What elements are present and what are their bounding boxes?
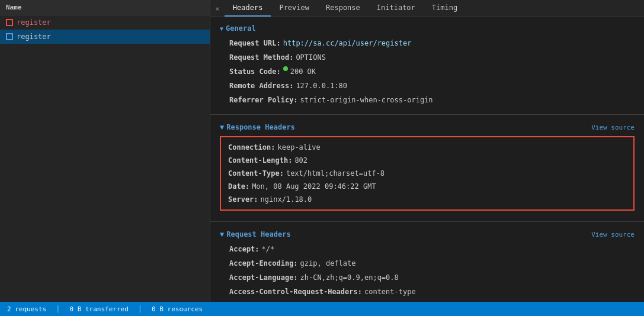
field-label-status-code: Status Code: xyxy=(229,66,281,77)
response-headers-title: Response Headers xyxy=(226,123,295,131)
response-headers-view-source[interactable]: View source xyxy=(591,124,635,131)
field-label-access-control-request-headers: Access-Control-Request-Headers: xyxy=(229,286,362,297)
response-headers-box: Connection: keep-alive Content-Length: 8… xyxy=(220,136,635,211)
field-label-remote-address: Remote Address: xyxy=(229,80,293,91)
field-value-accept-language: zh-CN,zh;q=0.9,en;q=0.8 xyxy=(300,272,399,283)
field-content-type: Content-Type: text/html;charset=utf-8 xyxy=(228,167,626,180)
field-value-request-method: OPTIONS xyxy=(296,52,326,63)
field-value-connection: keep-alive xyxy=(277,142,320,153)
field-accept-language: Accept-Language: zh-CN,zh;q=0.9,en;q=0.8 xyxy=(210,270,644,285)
field-value-server: nginx/1.18.0 xyxy=(261,194,312,205)
field-value-remote-address: 127.0.0.1:80 xyxy=(296,80,347,91)
field-server: Server: nginx/1.18.0 xyxy=(228,193,626,206)
status-resources: 0 B resources xyxy=(152,305,203,313)
response-headers-section: ▼ Response Headers View source Connectio… xyxy=(210,116,644,220)
main-container: Name register register × Headers Preview… xyxy=(0,0,644,302)
request-headers-section-header: ▼ Request Headers View source xyxy=(210,228,644,241)
request-headers-view-source[interactable]: View source xyxy=(591,231,635,238)
general-section-body: Request URL: http://sa.cc/api/user/regis… xyxy=(210,35,644,108)
field-request-url: Request URL: http://sa.cc/api/user/regis… xyxy=(210,36,644,50)
field-value-accept: */* xyxy=(262,244,275,254)
response-headers-section-header: ▼ Response Headers View source xyxy=(210,121,644,134)
tab-preview[interactable]: Preview xyxy=(271,0,318,17)
field-accept: Accept: */* xyxy=(210,242,644,256)
tab-headers[interactable]: Headers xyxy=(225,0,271,17)
field-accept-encoding: Accept-Encoding: gzip, deflate xyxy=(210,256,644,270)
item-name-2: register xyxy=(17,33,51,41)
field-label-content-type: Content-Type: xyxy=(228,168,284,179)
response-headers-title-group: ▼ Response Headers xyxy=(220,123,295,131)
field-request-method: Request Method: OPTIONS xyxy=(210,50,644,65)
tab-initiator[interactable]: Initiator xyxy=(369,0,424,17)
general-section: ▼ General Request URL: http://sa.cc/api/… xyxy=(210,17,644,113)
network-item-1[interactable]: register xyxy=(0,15,210,30)
field-value-request-url: http://sa.cc/api/user/register xyxy=(283,38,412,49)
general-title: General xyxy=(226,24,256,33)
field-label-server: Server: xyxy=(228,194,258,205)
network-item-2[interactable]: register xyxy=(0,30,210,44)
field-label-date: Date: xyxy=(228,181,249,192)
field-access-control-request-headers: Access-Control-Request-Headers: content-… xyxy=(210,285,644,299)
status-dot-green xyxy=(283,66,288,71)
field-value-accept-encoding: gzip, deflate xyxy=(300,258,356,269)
request-headers-section-body: Accept: */* Accept-Encoding: gzip, defla… xyxy=(210,241,644,300)
tabs-bar: × Headers Preview Response Initiator Tim… xyxy=(210,0,644,17)
status-divider-2: | xyxy=(138,305,142,313)
request-headers-title: Request Headers xyxy=(226,230,290,238)
close-button[interactable]: × xyxy=(210,1,225,17)
field-label-accept: Accept: xyxy=(229,244,259,254)
field-label-request-url: Request URL: xyxy=(229,38,281,49)
general-section-header: ▼ General xyxy=(210,22,644,35)
field-status-code: Status Code: 200 OK xyxy=(210,65,644,79)
field-label-request-method: Request Method: xyxy=(229,52,293,63)
request-headers-triangle: ▼ xyxy=(220,230,224,238)
field-label-accept-encoding: Accept-Encoding: xyxy=(229,258,298,269)
request-headers-title-group: ▼ Request Headers xyxy=(220,230,291,238)
status-divider-1: | xyxy=(56,305,60,313)
field-date: Date: Mon, 08 Aug 2022 09:46:22 GMT xyxy=(228,180,626,193)
status-indicator-error xyxy=(6,19,13,26)
field-referrer-policy: Referrer Policy: strict-origin-when-cros… xyxy=(210,93,644,107)
field-value-status-code: 200 OK xyxy=(290,66,316,77)
field-connection: Connection: keep-alive xyxy=(228,141,626,154)
left-header: Name xyxy=(0,0,210,15)
status-requests: 2 requests xyxy=(7,305,46,313)
general-triangle: ▼ xyxy=(220,25,223,32)
left-panel: Name register register xyxy=(0,0,210,302)
right-panel: × Headers Preview Response Initiator Tim… xyxy=(210,0,644,302)
field-value-content-length: 802 xyxy=(294,155,307,166)
field-value-access-control-request-headers: content-type xyxy=(364,286,416,297)
request-headers-section: ▼ Request Headers View source Accept: */… xyxy=(210,223,644,302)
field-label-referrer-policy: Referrer Policy: xyxy=(229,95,298,105)
item-name-1: register xyxy=(17,18,51,27)
field-content-length: Content-Length: 802 xyxy=(228,154,626,167)
divider-1 xyxy=(210,114,644,115)
field-value-referrer-policy: strict-origin-when-cross-origin xyxy=(300,95,433,105)
field-label-accept-language: Accept-Language: xyxy=(229,272,298,283)
status-transferred: 0 B transferred xyxy=(69,305,128,313)
field-value-date: Mon, 08 Aug 2022 09:46:22 GMT xyxy=(252,181,376,192)
tab-timing[interactable]: Timing xyxy=(424,0,466,17)
divider-2 xyxy=(210,221,644,222)
field-label-connection: Connection: xyxy=(228,142,275,153)
field-remote-address: Remote Address: 127.0.0.1:80 xyxy=(210,79,644,93)
field-label-content-length: Content-Length: xyxy=(228,155,292,166)
status-bar: 2 requests | 0 B transferred | 0 B resou… xyxy=(0,302,644,316)
status-indicator-2 xyxy=(6,33,13,40)
response-headers-triangle: ▼ xyxy=(220,123,224,131)
content-area[interactable]: ▼ General Request URL: http://sa.cc/api/… xyxy=(210,17,644,302)
field-value-content-type: text/html;charset=utf-8 xyxy=(286,168,385,179)
tab-response[interactable]: Response xyxy=(318,0,369,17)
